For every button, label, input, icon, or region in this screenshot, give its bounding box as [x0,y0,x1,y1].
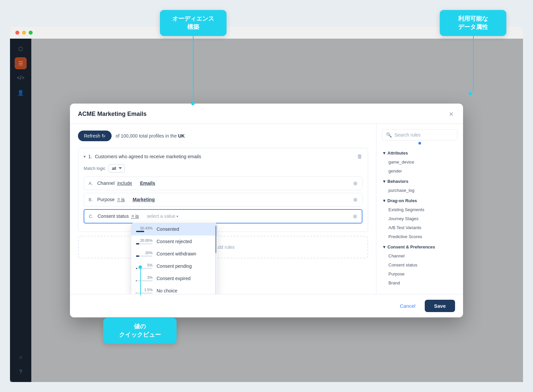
quick-view-connector [140,269,141,295]
attr-gender[interactable]: gender [382,167,458,176]
dropdown-item-rejected[interactable]: 20.05% Consent rejected [131,235,217,248]
refresh-label: Refresh ↻ [84,133,106,139]
close-button[interactable]: ✕ [447,110,455,118]
dropdown-item-pending[interactable]: 5% Consent pending [131,260,217,272]
audience-dot [191,102,195,105]
label-consented: Consented [157,226,179,232]
dragon-rules-header[interactable]: ▾ Drag-on Rules [382,196,458,205]
chevron-icon[interactable]: ▾ [84,154,86,159]
bar-rejected [136,243,139,244]
bar-nochoice [136,292,136,294]
modal-body: Refresh ↻ of 100,000 total profiles in t… [70,124,463,294]
data-attr-tooltip: 利用可能なデータ属性 [440,10,506,36]
mac-close-dot[interactable] [15,31,19,35]
dragon-rules-section: ▾ Drag-on Rules Existing Segments Journe… [382,196,458,241]
data-attr-dot [469,92,472,95]
attr-journey-stages[interactable]: Journey Stages [382,214,458,223]
quick-view-tooltip-text: 値のクイックビュー [119,323,161,338]
rule-group-label: Customers who agreed to receive marketin… [95,154,201,159]
rule-letter-c: C. [89,214,94,219]
label-rejected: Consent rejected [157,239,192,244]
rule-close-c[interactable]: ⊗ [353,213,357,219]
dropdown-item-consented[interactable]: 50.43% Consented [131,223,217,235]
pct-expired: 3% [147,276,153,279]
dragon-rules-label: Drag-on Rules [387,198,417,203]
rule-operator-b[interactable]: = is [117,197,125,202]
delete-group-icon[interactable]: 🗑 [357,154,362,160]
attr-purchase-log[interactable]: purchase_log [382,186,458,195]
modal-footer: Cancel Save [70,294,463,317]
refresh-button[interactable]: Refresh ↻ [78,131,112,141]
behaviors-label: Behaviors [387,179,408,184]
consent-header[interactable]: ▾ Consent & Preferences [382,242,458,251]
match-logic-label: Match logic [84,166,106,171]
attr-game-device[interactable]: game_device [382,158,458,167]
rule-row-c: C. Consent status = is select a value ▾ … [84,209,362,223]
attr-ab-test[interactable]: A/B Test Variants [382,223,458,232]
dropdown-scrollbar [215,226,217,294]
select-placeholder: select a value [147,213,176,219]
dropdown-item-expired[interactable]: 3% Consent expired [131,272,217,285]
rule-group-header: ▾ 1. Customers who agreed to receive mar… [84,154,362,160]
rule-operator-a[interactable]: include [117,181,132,186]
rule-value-b[interactable]: Marketing [133,197,155,202]
attributes-chevron: ▾ [383,151,385,156]
attr-predictive-scores[interactable]: Predictive Scores [382,232,458,241]
pct-nochoice: 1.5% [144,288,153,292]
right-panel: 🔍 ▾ Attributes game_device gender [376,124,463,294]
save-button[interactable]: Save [425,300,455,312]
audience-tooltip-text: オーディエンス構築 [172,15,214,30]
label-pending: Consent pending [157,263,192,269]
rule-operator-c[interactable]: = is [131,213,139,219]
add-rules-area[interactable]: + add rules [78,236,368,258]
attr-brand[interactable]: Brand [382,278,458,287]
toolbar: Refresh ↻ of 100,000 total profiles in t… [78,131,368,141]
select-value-dropdown[interactable]: select a value ▾ [147,213,179,219]
behaviors-chevron: ▾ [383,179,385,184]
left-panel: Refresh ↻ of 100,000 total profiles in t… [70,124,376,294]
label-expired: Consent expired [157,276,191,281]
cancel-button[interactable]: Cancel [394,300,421,311]
quick-view-dot [139,265,142,269]
consent-section: ▾ Consent & Preferences Channel Consent … [382,242,458,287]
audience-connector [193,36,194,103]
bar-expired [136,280,137,281]
behaviors-header[interactable]: ▾ Behaviors [382,177,458,186]
attr-consent-status[interactable]: Consent status [382,260,458,269]
attr-existing-segments[interactable]: Existing Segments [382,205,458,214]
rule-field-c: Consent status [98,213,129,219]
rule-group: ▾ 1. Customers who agreed to receive mar… [78,148,368,232]
rule-close-b[interactable]: ⊗ [353,196,357,203]
mac-minimize-dot[interactable] [22,31,26,35]
search-indicator [418,142,421,145]
dropdown-scrollbar-thumb [215,226,217,253]
dropdown-caret-icon: ▾ [177,214,178,218]
behaviors-section: ▾ Behaviors purchase_log [382,177,458,195]
bar-withdrawn [136,255,139,257]
quick-view-tooltip: 値のクイックビュー [103,318,177,344]
attr-channel[interactable]: Channel [382,251,458,260]
modal-overlay: ACME Marketing Emails ✕ Refresh ↻ of 100… [10,39,523,382]
data-attr-tooltip-text: 利用可能なデータ属性 [458,15,488,30]
rule-value-a[interactable]: Emails [140,181,155,186]
pct-rejected: 20.05% [140,239,153,242]
attr-purpose[interactable]: Purpose [382,269,458,278]
consent-dropdown-menu: 50.43% Consented 20.05% [131,223,218,294]
data-attr-connector [473,36,474,93]
profile-count-text: of 100,000 total profiles in the UK [116,133,185,139]
dropdown-item-withdrawn[interactable]: 20% Consent withdrawn [131,248,217,260]
bar-pending [136,268,137,269]
modal-title: ACME Marketing Emails [78,111,147,118]
rule-close-a[interactable]: ⊗ [353,180,357,187]
dropdown-item-nochoice[interactable]: 1.5% No choice [131,285,217,294]
match-logic-select[interactable]: all [108,164,125,173]
search-input[interactable] [394,132,453,138]
mac-fullscreen-dot[interactable] [29,31,33,35]
rule-letter-a: A. [89,181,94,186]
search-icon: 🔍 [386,132,392,138]
consent-chevron: ▾ [383,244,385,249]
modal-header: ACME Marketing Emails ✕ [70,104,463,124]
attributes-header[interactable]: ▾ Attributes [382,149,458,158]
attributes-label: Attributes [387,151,408,156]
bar-consented [136,231,144,232]
